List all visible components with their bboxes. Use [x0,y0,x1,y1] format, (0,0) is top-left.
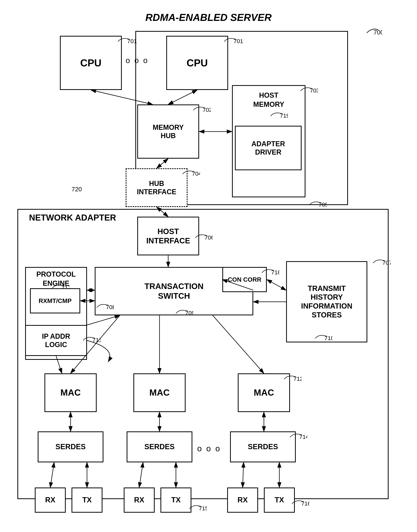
svg-text:714: 714 [299,434,307,439]
rxmt-cmp-box: RXMT/CMP [30,288,80,313]
tx1-label: TX [82,496,92,505]
cpu2-box: CPU [166,36,228,90]
svg-text:707: 707 [382,259,391,265]
mac1-label: MAC [61,387,81,398]
ref-704: 704 [181,168,200,178]
ref-707: 707 [371,257,391,266]
serdes1-box: SERDES [38,431,104,462]
diagram: RDMA-ENABLED SERVER 700 CPU 701 CPU 701 … [0,0,417,532]
host-interface-box: HOSTINTERFACE [137,217,199,255]
cpu2-label: CPU [187,57,208,69]
ip-addr-logic-box: IP ADDRLOGIC [25,325,87,356]
cpu1-box: CPU [60,36,122,90]
serdes2-box: SERDES [127,431,192,462]
svg-text:716: 716 [301,500,309,506]
memory-hub-label: MEMORYHUB [153,123,184,140]
svg-text:709: 709 [185,310,193,315]
svg-text:715: 715 [199,505,207,511]
transmit-history-label: TRANSMITHISTORYINFORMATIONSTORES [301,284,352,319]
mac1-box: MAC [44,373,97,412]
rxmt-cmp-label: RXMT/CMP [39,297,72,305]
hub-interface-label: HUBINTERFACE [137,179,176,196]
ref-715: 715 [188,503,207,512]
svg-text:711: 711 [92,337,101,342]
tx2-label: TX [171,496,181,505]
ref-709: 709 [174,308,193,317]
ref-701b: 701 [220,36,244,45]
rx3-label: RX [238,496,248,505]
ref-706: 706 [193,232,213,241]
svg-text:702: 702 [203,106,211,112]
serdes-dots: o o o [197,444,221,453]
cpu1-label: CPU [80,57,102,69]
adapter-driver-box: ADAPTERDRIVER [235,126,302,170]
ref-705: 705 [307,199,327,209]
ref-710: 710 [313,333,333,342]
memory-hub-box: MEMORYHUB [137,105,199,159]
svg-text:719: 719 [280,112,288,118]
rx2-box: RX [124,488,155,513]
svg-text:703: 703 [310,87,318,93]
serdes1-label: SERDES [55,442,86,451]
ref-701a: 701 [114,36,137,45]
mac2-box: MAC [133,373,186,412]
ref-702: 702 [191,105,211,114]
ref-703: 703 [299,85,318,94]
mac3-label: MAC [254,387,274,398]
ref-719: 719 [269,110,288,119]
svg-text:718: 718 [271,269,279,275]
transmit-history-box: TRANSMITHISTORYINFORMATIONSTORES [286,261,367,342]
ref-712: 712 [282,373,302,383]
svg-text:712: 712 [293,375,302,381]
ref-708: 708 [95,302,114,311]
ref-711: 711 [81,335,101,344]
hub-interface-box: HUBINTERFACE [126,168,188,207]
ref-700: 700 [363,25,382,35]
svg-text:701: 701 [127,38,137,43]
ref-714: 714 [288,431,307,441]
ref-718: 718 [260,267,279,276]
serdes2-label: SERDES [145,442,175,451]
tx1-box: TX [72,488,103,513]
transaction-switch-label: TRANSACTIONSWITCH [145,281,204,301]
svg-text:701: 701 [234,38,243,43]
svg-text:700: 700 [374,29,382,35]
host-interface-label: HOSTINTERFACE [146,227,190,245]
host-memory-label: HOSTMEMORY [240,91,298,109]
rx2-label: RX [134,496,145,505]
mac2-label: MAC [149,387,170,398]
rx1-label: RX [45,496,55,505]
svg-text:708: 708 [106,304,114,309]
page-title: RDMA-ENABLED SERVER [0,12,417,23]
svg-text:705: 705 [319,201,327,207]
cpu-dots: o o o [126,56,149,65]
svg-text:704: 704 [192,170,200,176]
serdes3-box: SERDES [230,431,296,462]
ref-716: 716 [290,498,309,507]
ip-addr-logic-label: IP ADDRLOGIC [42,332,70,349]
rx1-box: RX [35,488,66,513]
serdes3-label: SERDES [248,442,278,451]
adapter-driver-label: ADAPTERDRIVER [251,140,285,156]
con-corr-label: CON CORR [228,276,261,283]
tx2-box: TX [160,488,191,513]
svg-text:706: 706 [205,234,213,240]
svg-text:710: 710 [324,335,333,340]
network-adapter-label: NETWORK ADAPTER [29,213,116,223]
tx3-label: TX [275,496,284,505]
ref-720: 720 [72,186,82,193]
rx3-box: RX [227,488,258,513]
